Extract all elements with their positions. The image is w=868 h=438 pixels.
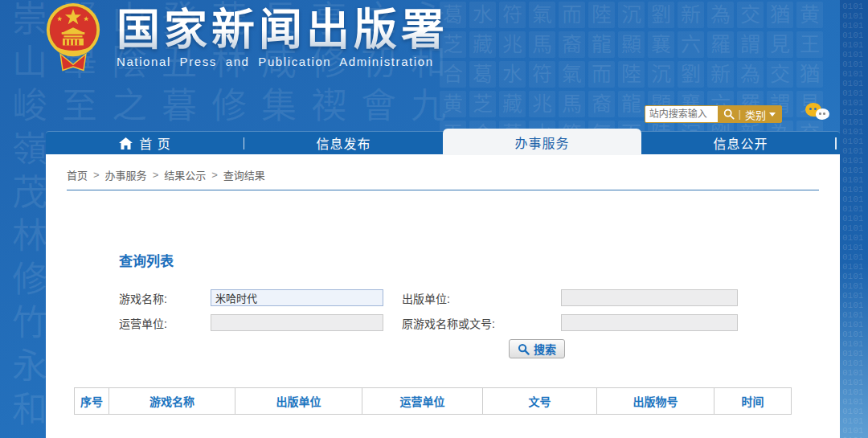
site-subtitle: National Press and Publication Administr… xyxy=(117,55,448,68)
nav-tab-home[interactable]: 首 页 xyxy=(46,132,244,154)
search-button[interactable]: 搜索 xyxy=(509,339,565,358)
nav-tab-info-release-label: 信息发布 xyxy=(316,133,371,153)
results-table: 序号 游戏名称 出版单位 运营单位 文号 出版物号 时间 xyxy=(74,387,792,415)
breadcrumb: 首页 > 办事服务 > 结果公示 > 查询结果 xyxy=(67,167,819,182)
publisher-input[interactable] xyxy=(561,289,738,306)
search-icon xyxy=(518,343,530,355)
breadcrumb-separator: > xyxy=(211,169,218,181)
game-name-label: 游戏名称: xyxy=(119,290,211,306)
breadcrumb-item-results-publicity[interactable]: 结果公示 xyxy=(164,167,206,182)
nav-tab-services[interactable]: 办事服务 xyxy=(443,129,641,155)
category-dropdown[interactable]: 类别 xyxy=(745,107,776,122)
home-icon xyxy=(119,137,133,149)
operator-label: 运营单位: xyxy=(119,315,211,331)
table-header-row: 序号 游戏名称 出版单位 运营单位 文号 出版物号 时间 xyxy=(75,388,792,415)
original-doc-input[interactable] xyxy=(561,314,738,331)
search-icon[interactable] xyxy=(723,108,735,120)
site-logo-link[interactable]: 国家新闻出版署 National Press and Publication A… xyxy=(44,2,448,79)
table-header-publication-number: 出版物号 xyxy=(597,388,714,415)
nav-tab-services-label: 办事服务 xyxy=(514,133,569,152)
search-button-label: 搜索 xyxy=(534,341,556,357)
button-row: 搜索 xyxy=(509,339,840,358)
breadcrumb-separator: > xyxy=(93,169,100,181)
breadcrumb-item-home[interactable]: 首页 xyxy=(67,167,88,182)
section-title: 查询列表 xyxy=(119,250,840,270)
nav-tab-info-disclosure-label: 信息公开 xyxy=(713,133,768,153)
original-doc-label: 原游戏名称或文号: xyxy=(402,315,561,331)
publisher-label: 出版单位: xyxy=(402,290,561,306)
table-header-index: 序号 xyxy=(75,388,109,415)
national-emblem-icon xyxy=(44,2,102,79)
page-content: 首页 > 办事服务 > 结果公示 > 查询结果 查询列表 游戏名称: 出版单位:… xyxy=(46,154,840,438)
game-name-input[interactable] xyxy=(211,289,383,306)
breadcrumb-item-current: 查询结果 xyxy=(223,167,265,182)
table-header-publisher: 出版单位 xyxy=(235,388,362,415)
nav-tab-info-release[interactable]: 信息发布 xyxy=(244,132,443,154)
wechat-icon[interactable] xyxy=(805,103,833,124)
query-form: 游戏名称: 出版单位: 运营单位: 原游戏名称或文号: xyxy=(119,289,840,331)
breadcrumb-underline xyxy=(67,190,819,190)
table-header-doc-number: 文号 xyxy=(483,388,597,415)
site-header: 国家新闻出版署 National Press and Publication A… xyxy=(0,0,868,131)
site-search-input[interactable] xyxy=(645,106,718,122)
site-title: 国家新闻出版署 xyxy=(117,6,448,53)
category-label: 类别 xyxy=(745,107,766,122)
table-header-operator: 运营单位 xyxy=(362,388,483,415)
table-header-time: 时间 xyxy=(714,388,792,415)
breadcrumb-separator: > xyxy=(153,169,159,181)
search-controls: | 类别 xyxy=(718,107,781,122)
nav-tab-info-disclosure[interactable]: 信息公开 xyxy=(641,132,840,154)
main-nav: 首 页 信息发布 办事服务 信息公开 xyxy=(46,131,840,154)
chevron-down-icon xyxy=(769,113,776,117)
table-header-game-name: 游戏名称 xyxy=(109,388,235,415)
site-titles: 国家新闻出版署 National Press and Publication A… xyxy=(117,2,448,68)
nav-tab-home-label: 首 页 xyxy=(139,133,170,153)
site-search: | 类别 xyxy=(645,105,782,123)
operator-input[interactable] xyxy=(211,314,383,331)
breadcrumb-item-services[interactable]: 办事服务 xyxy=(105,167,147,182)
search-divider: | xyxy=(739,108,741,120)
